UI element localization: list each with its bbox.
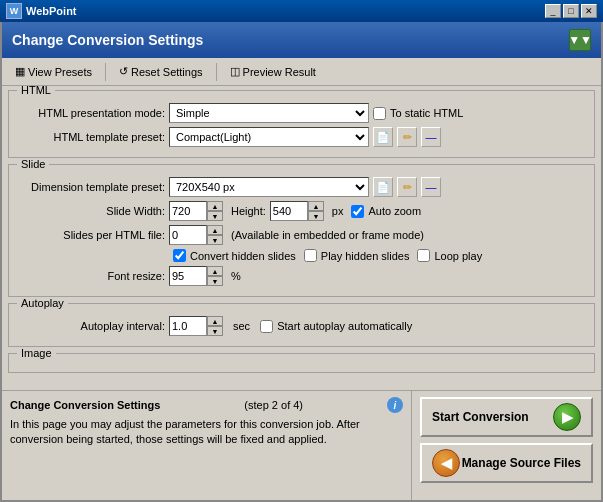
image-group: Image xyxy=(8,353,595,373)
preview-result-button[interactable]: ◫ Preview Result xyxy=(223,62,323,81)
minimize-button[interactable]: _ xyxy=(545,4,561,18)
content-area: HTML HTML presentation mode: Simple To s… xyxy=(2,86,601,390)
bottom-step: (step 2 of 4) xyxy=(244,399,303,411)
slide-group: Slide Dimension template preset: 720X540… xyxy=(8,164,595,297)
maximize-button[interactable]: □ xyxy=(563,4,579,18)
convert-hidden-checkbox[interactable] xyxy=(173,249,186,262)
preview-icon: ◫ xyxy=(230,65,240,78)
presentation-mode-row: HTML presentation mode: Simple To static… xyxy=(17,103,586,123)
hidden-slides-row: Convert hidden slides Play hidden slides… xyxy=(17,249,586,262)
autoplay-interval-label: Autoplay interval: xyxy=(17,320,165,332)
play-hidden-checkbox[interactable] xyxy=(304,249,317,262)
app-icon: W xyxy=(6,3,22,19)
manage-source-files-button[interactable]: ◀ Manage Source Files xyxy=(420,443,593,483)
auto-zoom-checkbox[interactable] xyxy=(351,205,364,218)
width-spinner-buttons: ▲ ▼ xyxy=(207,201,223,221)
bottom-left: Change Conversion Settings (step 2 of 4)… xyxy=(2,391,411,500)
presentation-mode-select[interactable]: Simple xyxy=(169,103,369,123)
slides-per-file-row: Slides per HTML file: ▲ ▼ (Available in … xyxy=(17,225,586,245)
font-resize-up-button[interactable]: ▲ xyxy=(207,266,223,276)
reset-icon: ↺ xyxy=(119,65,128,78)
width-down-button[interactable]: ▼ xyxy=(207,211,223,221)
width-spinner: ▲ ▼ xyxy=(169,201,223,221)
dimension-edit-button[interactable]: ✏ xyxy=(397,177,417,197)
dialog: Change Conversion Settings ▼▼ ▦ View Pre… xyxy=(0,22,603,502)
height-up-button[interactable]: ▲ xyxy=(308,201,324,211)
bottom-description: In this page you may adjust the paramete… xyxy=(10,417,403,448)
html-group: HTML HTML presentation mode: Simple To s… xyxy=(8,90,595,158)
slides-per-file-up-button[interactable]: ▲ xyxy=(207,225,223,235)
bottom-bar: Change Conversion Settings (step 2 of 4)… xyxy=(2,390,601,500)
toolbar: ▦ View Presets ↺ Reset Settings ◫ Previe… xyxy=(2,58,601,86)
slides-per-file-label: Slides per HTML file: xyxy=(17,229,165,241)
width-up-button[interactable]: ▲ xyxy=(207,201,223,211)
template-edit-button[interactable]: ✏ xyxy=(397,127,417,147)
bottom-title-row: Change Conversion Settings (step 2 of 4)… xyxy=(10,397,403,413)
to-static-html-checkbox[interactable] xyxy=(373,107,386,120)
font-resize-row: Font resize: ▲ ▼ % xyxy=(17,266,586,286)
autoplay-interval-down-button[interactable]: ▼ xyxy=(207,326,223,336)
header-icon-button[interactable]: ▼▼ xyxy=(569,29,591,51)
bottom-right: Start Conversion ▶ ◀ Manage Source Files xyxy=(411,391,601,500)
auto-zoom-label: Auto zoom xyxy=(368,205,421,217)
autoplay-interval-up-button[interactable]: ▲ xyxy=(207,316,223,326)
loop-play-checkbox[interactable] xyxy=(417,249,430,262)
width-input[interactable] xyxy=(169,201,207,221)
sec-label: sec xyxy=(233,320,250,332)
to-static-html-label: To static HTML xyxy=(390,107,463,119)
template-preset-select[interactable]: Compact(Light) xyxy=(169,127,369,147)
view-presets-button[interactable]: ▦ View Presets xyxy=(8,62,99,81)
start-conversion-label: Start Conversion xyxy=(432,410,529,424)
presentation-mode-label: HTML presentation mode: xyxy=(17,107,165,119)
dimension-row: Dimension template preset: 720X540 px 📄 … xyxy=(17,177,586,197)
start-autoplay-checkbox[interactable] xyxy=(260,320,273,333)
title-bar-buttons: _ □ ✕ xyxy=(545,4,597,18)
dimension-label: Dimension template preset: xyxy=(17,181,165,193)
app-title: WebPoint xyxy=(26,5,77,17)
slides-per-file-input[interactable] xyxy=(169,225,207,245)
template-new-button[interactable]: 📄 xyxy=(373,127,393,147)
info-icon[interactable]: i xyxy=(387,397,403,413)
start-autoplay-label: Start autoplay automatically xyxy=(277,320,412,332)
font-resize-down-button[interactable]: ▼ xyxy=(207,276,223,286)
height-label: Height: xyxy=(231,205,266,217)
slides-per-file-down-button[interactable]: ▼ xyxy=(207,235,223,245)
title-bar: W WebPoint _ □ ✕ xyxy=(0,0,603,22)
template-delete-button[interactable]: — xyxy=(421,127,441,147)
template-preset-row: HTML template preset: Compact(Light) 📄 ✏… xyxy=(17,127,586,147)
slides-per-file-note: (Available in embedded or frame mode) xyxy=(231,229,424,241)
font-resize-input[interactable] xyxy=(169,266,207,286)
dimension-new-button[interactable]: 📄 xyxy=(373,177,393,197)
autoplay-interval-spinner: ▲ ▼ xyxy=(169,316,223,336)
height-input[interactable] xyxy=(270,201,308,221)
loop-play-checkbox-row: Loop play xyxy=(417,249,482,262)
autoplay-group-title: Autoplay xyxy=(17,297,68,309)
convert-hidden-label: Convert hidden slides xyxy=(190,250,296,262)
toolbar-separator-2 xyxy=(216,63,217,81)
autoplay-group: Autoplay Autoplay interval: ▲ ▼ sec Star… xyxy=(8,303,595,347)
start-conversion-icon: ▶ xyxy=(553,403,581,431)
font-resize-spinner-buttons: ▲ ▼ xyxy=(207,266,223,286)
dimension-delete-button[interactable]: — xyxy=(421,177,441,197)
close-button[interactable]: ✕ xyxy=(581,4,597,18)
manage-source-files-label: Manage Source Files xyxy=(462,456,581,470)
width-height-row: Slide Width: ▲ ▼ Height: ▲ ▼ xyxy=(17,201,586,221)
html-group-title: HTML xyxy=(17,86,55,96)
reset-settings-button[interactable]: ↺ Reset Settings xyxy=(112,62,210,81)
template-preset-label: HTML template preset: xyxy=(17,131,165,143)
convert-hidden-checkbox-row: Convert hidden slides xyxy=(173,249,296,262)
px-label: px xyxy=(332,205,344,217)
autoplay-interval-input[interactable] xyxy=(169,316,207,336)
height-down-button[interactable]: ▼ xyxy=(308,211,324,221)
play-hidden-checkbox-row: Play hidden slides xyxy=(304,249,410,262)
dimension-select[interactable]: 720X540 px xyxy=(169,177,369,197)
manage-source-files-icon: ◀ xyxy=(432,449,460,477)
start-conversion-button[interactable]: Start Conversion ▶ xyxy=(420,397,593,437)
font-resize-spinner: ▲ ▼ xyxy=(169,266,223,286)
autoplay-interval-row: Autoplay interval: ▲ ▼ sec Start autopla… xyxy=(17,316,586,336)
loop-play-label: Loop play xyxy=(434,250,482,262)
slides-per-file-spinner: ▲ ▼ xyxy=(169,225,223,245)
autoplay-interval-spinner-buttons: ▲ ▼ xyxy=(207,316,223,336)
bottom-heading: Change Conversion Settings xyxy=(10,399,160,411)
play-hidden-label: Play hidden slides xyxy=(321,250,410,262)
